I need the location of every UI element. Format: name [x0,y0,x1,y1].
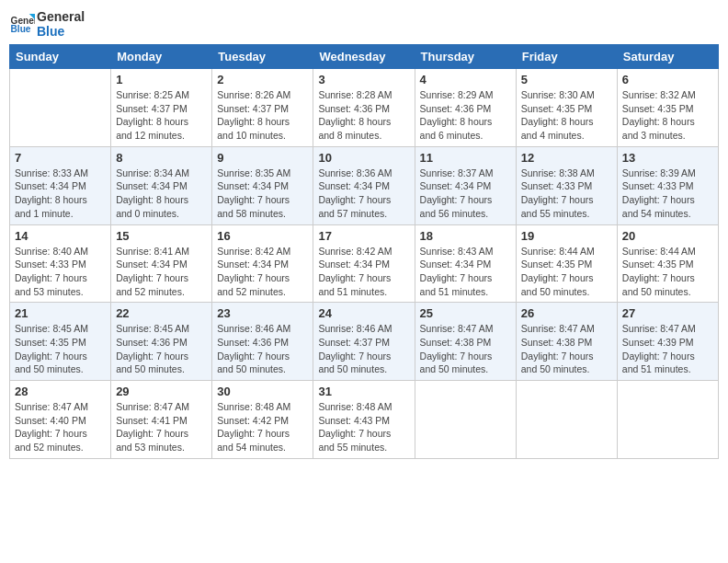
calendar-cell: 24Sunrise: 8:46 AM Sunset: 4:37 PM Dayli… [313,303,415,381]
calendar-cell: 27Sunrise: 8:47 AM Sunset: 4:39 PM Dayli… [617,303,718,381]
day-info: Sunrise: 8:42 AM Sunset: 4:34 PM Dayligh… [318,245,409,299]
day-info: Sunrise: 8:38 AM Sunset: 4:33 PM Dayligh… [521,167,612,221]
weekday-header-friday: Friday [516,45,617,69]
day-number: 8 [116,151,207,165]
weekday-header-thursday: Thursday [415,45,516,69]
day-info: Sunrise: 8:42 AM Sunset: 4:34 PM Dayligh… [217,245,308,299]
day-number: 12 [521,151,612,165]
day-info: Sunrise: 8:43 AM Sunset: 4:34 PM Dayligh… [420,245,511,299]
day-number: 18 [420,229,511,243]
day-info: Sunrise: 8:33 AM Sunset: 4:34 PM Dayligh… [15,167,106,221]
day-info: Sunrise: 8:44 AM Sunset: 4:35 PM Dayligh… [521,245,612,299]
day-number: 5 [521,73,612,86]
day-number: 11 [420,151,511,165]
calendar-cell: 30Sunrise: 8:48 AM Sunset: 4:42 PM Dayli… [212,381,313,459]
day-info: Sunrise: 8:32 AM Sunset: 4:35 PM Dayligh… [622,88,713,143]
day-info: Sunrise: 8:48 AM Sunset: 4:43 PM Dayligh… [318,400,409,454]
calendar-cell: 3Sunrise: 8:28 AM Sunset: 4:36 PM Daylig… [313,69,415,147]
day-number: 28 [15,385,106,398]
day-info: Sunrise: 8:46 AM Sunset: 4:37 PM Dayligh… [318,322,409,376]
svg-text:Blue: Blue [11,24,31,34]
logo-icon: General Blue [9,11,35,37]
logo-text-general: General [37,9,85,24]
calendar-cell [516,381,617,459]
calendar-cell: 6Sunrise: 8:32 AM Sunset: 4:35 PM Daylig… [617,69,718,147]
calendar-cell: 25Sunrise: 8:47 AM Sunset: 4:38 PM Dayli… [415,303,516,381]
calendar-cell: 7Sunrise: 8:33 AM Sunset: 4:34 PM Daylig… [10,146,111,224]
day-number: 13 [622,151,713,165]
day-number: 24 [318,306,409,320]
day-info: Sunrise: 8:36 AM Sunset: 4:34 PM Dayligh… [318,167,409,221]
day-number: 9 [217,151,308,165]
day-info: Sunrise: 8:28 AM Sunset: 4:36 PM Dayligh… [318,88,409,143]
calendar-cell: 4Sunrise: 8:29 AM Sunset: 4:36 PM Daylig… [415,69,516,147]
day-number: 25 [420,306,511,320]
day-info: Sunrise: 8:26 AM Sunset: 4:37 PM Dayligh… [217,88,308,143]
day-info: Sunrise: 8:41 AM Sunset: 4:34 PM Dayligh… [116,245,207,299]
weekday-header-monday: Monday [111,45,212,69]
day-number: 2 [217,73,308,86]
calendar-cell [415,381,516,459]
day-info: Sunrise: 8:35 AM Sunset: 4:34 PM Dayligh… [217,167,308,221]
calendar-cell: 17Sunrise: 8:42 AM Sunset: 4:34 PM Dayli… [313,224,415,303]
page-header: General Blue General Blue [9,9,719,39]
day-number: 10 [318,151,409,165]
calendar-cell: 14Sunrise: 8:40 AM Sunset: 4:33 PM Dayli… [10,224,111,303]
day-number: 19 [521,229,612,243]
calendar-cell: 5Sunrise: 8:30 AM Sunset: 4:35 PM Daylig… [516,69,617,147]
day-info: Sunrise: 8:40 AM Sunset: 4:33 PM Dayligh… [15,245,106,299]
calendar-cell: 8Sunrise: 8:34 AM Sunset: 4:34 PM Daylig… [111,146,212,224]
day-number: 3 [318,73,409,86]
day-info: Sunrise: 8:45 AM Sunset: 4:36 PM Dayligh… [116,322,207,376]
day-number: 7 [15,151,106,165]
calendar-table: SundayMondayTuesdayWednesdayThursdayFrid… [9,44,719,459]
day-number: 27 [622,306,713,320]
day-number: 30 [217,385,308,398]
logo-text-blue: Blue [37,24,85,39]
calendar-cell: 18Sunrise: 8:43 AM Sunset: 4:34 PM Dayli… [415,224,516,303]
weekday-header-sunday: Sunday [10,45,111,69]
day-number: 20 [622,229,713,243]
day-info: Sunrise: 8:47 AM Sunset: 4:38 PM Dayligh… [420,322,511,376]
calendar-cell: 22Sunrise: 8:45 AM Sunset: 4:36 PM Dayli… [111,303,212,381]
day-info: Sunrise: 8:37 AM Sunset: 4:34 PM Dayligh… [420,167,511,221]
calendar-cell: 26Sunrise: 8:47 AM Sunset: 4:38 PM Dayli… [516,303,617,381]
day-number: 15 [116,229,207,243]
calendar-cell: 11Sunrise: 8:37 AM Sunset: 4:34 PM Dayli… [415,146,516,224]
logo: General Blue General Blue [9,9,85,39]
calendar-cell: 12Sunrise: 8:38 AM Sunset: 4:33 PM Dayli… [516,146,617,224]
day-info: Sunrise: 8:30 AM Sunset: 4:35 PM Dayligh… [521,88,612,143]
calendar-cell: 23Sunrise: 8:46 AM Sunset: 4:36 PM Dayli… [212,303,313,381]
calendar-cell: 20Sunrise: 8:44 AM Sunset: 4:35 PM Dayli… [617,224,718,303]
weekday-header-wednesday: Wednesday [313,45,415,69]
day-info: Sunrise: 8:39 AM Sunset: 4:33 PM Dayligh… [622,167,713,221]
day-info: Sunrise: 8:34 AM Sunset: 4:34 PM Dayligh… [116,167,207,221]
calendar-cell: 10Sunrise: 8:36 AM Sunset: 4:34 PM Dayli… [313,146,415,224]
day-number: 31 [318,385,409,398]
day-info: Sunrise: 8:47 AM Sunset: 4:39 PM Dayligh… [622,322,713,376]
day-number: 22 [116,306,207,320]
calendar-cell: 28Sunrise: 8:47 AM Sunset: 4:40 PM Dayli… [10,381,111,459]
day-number: 26 [521,306,612,320]
calendar-cell: 2Sunrise: 8:26 AM Sunset: 4:37 PM Daylig… [212,69,313,147]
day-number: 16 [217,229,308,243]
calendar-cell: 29Sunrise: 8:47 AM Sunset: 4:41 PM Dayli… [111,381,212,459]
calendar-cell: 13Sunrise: 8:39 AM Sunset: 4:33 PM Dayli… [617,146,718,224]
day-info: Sunrise: 8:47 AM Sunset: 4:38 PM Dayligh… [521,322,612,376]
day-number: 23 [217,306,308,320]
day-number: 29 [116,385,207,398]
calendar-cell: 1Sunrise: 8:25 AM Sunset: 4:37 PM Daylig… [111,69,212,147]
calendar-cell: 19Sunrise: 8:44 AM Sunset: 4:35 PM Dayli… [516,224,617,303]
day-info: Sunrise: 8:45 AM Sunset: 4:35 PM Dayligh… [15,322,106,376]
day-number: 1 [116,73,207,86]
day-number: 4 [420,73,511,86]
calendar-cell: 15Sunrise: 8:41 AM Sunset: 4:34 PM Dayli… [111,224,212,303]
day-info: Sunrise: 8:44 AM Sunset: 4:35 PM Dayligh… [622,245,713,299]
day-number: 6 [622,73,713,86]
calendar-cell [10,69,111,147]
day-number: 21 [15,306,106,320]
day-info: Sunrise: 8:46 AM Sunset: 4:36 PM Dayligh… [217,322,308,376]
calendar-cell: 16Sunrise: 8:42 AM Sunset: 4:34 PM Dayli… [212,224,313,303]
day-number: 17 [318,229,409,243]
day-number: 14 [15,229,106,243]
